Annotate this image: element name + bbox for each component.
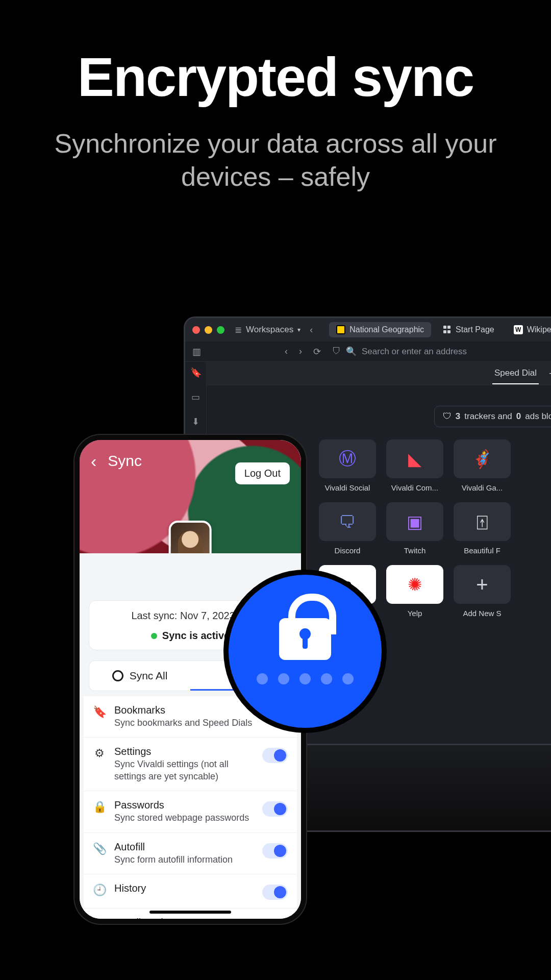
speed-dial-vivaldi-community[interactable]: ◣ Vivaldi Com... bbox=[386, 439, 443, 492]
close-window-icon[interactable] bbox=[192, 326, 200, 334]
sync-row-passwords[interactable]: 🔒 Passwords Sync stored webpage password… bbox=[84, 791, 297, 832]
shield-icon: 🛡 bbox=[443, 411, 452, 422]
tracker-blocked-pill[interactable]: 🛡 3 trackers and 0 ads blocked bbox=[434, 406, 551, 427]
speed-dial-label: Vivaldi Com... bbox=[386, 483, 443, 492]
vivaldi-icon: ◣ bbox=[408, 449, 421, 469]
clock-icon: 🕘 bbox=[93, 884, 106, 897]
row-title: Passwords bbox=[114, 799, 254, 811]
home-indicator bbox=[149, 911, 231, 914]
tracker-text: trackers and bbox=[464, 411, 512, 422]
browser-toolbar: ▥ ‹ › ⟳ ⛉ 🔍 Search or enter an address bbox=[185, 341, 551, 362]
yelp-icon: ✺ bbox=[408, 574, 422, 595]
startpage-icon bbox=[443, 326, 452, 334]
site-icon: ⍐ bbox=[477, 512, 487, 532]
row-desc: Sync form autofill information bbox=[114, 854, 254, 866]
gear-icon: ⚙ bbox=[93, 747, 106, 760]
ads-count: 0 bbox=[516, 411, 521, 422]
speed-dial-label: Yelp bbox=[386, 609, 443, 618]
sync-active-text: Sync is active bbox=[162, 630, 230, 642]
workspaces-label: Workspaces bbox=[246, 325, 293, 335]
address-placeholder: Search or enter an address bbox=[362, 347, 467, 357]
natgeo-icon bbox=[336, 325, 345, 334]
speed-dial-label: Beautiful F bbox=[454, 546, 511, 555]
lock-icon bbox=[279, 618, 331, 660]
toggle-reading-list[interactable] bbox=[262, 919, 288, 924]
discord-icon: 🗨 bbox=[339, 512, 356, 532]
speed-dial-label: Vivaldi Ga... bbox=[454, 483, 511, 492]
startpage-tabs: Speed Dial + 🔖 bbox=[207, 362, 551, 385]
window-titlebar: ≣ Workspaces ▾ ‹ National Geographic Sta… bbox=[185, 318, 551, 341]
tab-label: Start Page bbox=[456, 325, 494, 334]
add-speed-dial-group-icon[interactable]: + bbox=[549, 369, 551, 379]
sync-row-history[interactable]: 🕘 History bbox=[84, 874, 297, 908]
speed-dial-beautiful[interactable]: ⍐ Beautiful F bbox=[454, 502, 511, 555]
row-title: Reading List bbox=[114, 917, 254, 924]
shield-icon: ⛉ bbox=[332, 347, 341, 357]
speed-dial-label: Add New S bbox=[454, 609, 511, 618]
tab-start-page[interactable]: Start Page bbox=[436, 322, 502, 337]
minimize-window-icon[interactable] bbox=[205, 326, 212, 334]
bookmark-icon: 🔖 bbox=[93, 705, 106, 719]
trackers-count: 3 bbox=[456, 411, 460, 422]
speed-dial-label: Discord bbox=[319, 546, 376, 555]
sync-options-list: 🔖 Bookmarks Sync bookmarks and Speed Dia… bbox=[84, 696, 297, 924]
maximize-window-icon[interactable] bbox=[217, 326, 224, 334]
speed-dial-label: Twitch bbox=[386, 546, 443, 555]
row-title: History bbox=[114, 883, 254, 894]
tab-national-geographic[interactable]: National Geographic bbox=[329, 322, 431, 337]
row-title: Autofill bbox=[114, 841, 254, 853]
speed-dial-tab[interactable]: Speed Dial bbox=[492, 363, 539, 384]
toggle-autofill[interactable] bbox=[262, 843, 288, 859]
plus-icon: + bbox=[476, 573, 488, 596]
segment-sync-all[interactable]: Sync All bbox=[89, 670, 190, 682]
lock-icon: 🔒 bbox=[93, 800, 106, 814]
status-dot-icon bbox=[151, 633, 157, 639]
sync-row-autofill[interactable]: 📎 Autofill Sync form autofill informatio… bbox=[84, 832, 297, 874]
speed-dial-vivaldi-game[interactable]: 🦸 Vivaldi Ga... bbox=[454, 439, 511, 492]
panel-toggle-icon[interactable]: ▥ bbox=[192, 346, 201, 357]
traffic-lights[interactable] bbox=[192, 326, 224, 334]
downloads-panel-icon[interactable]: ⬇ bbox=[192, 416, 199, 427]
row-desc: Sync Vivaldi settings (not all settings … bbox=[114, 758, 254, 782]
back-icon[interactable]: ‹ bbox=[285, 346, 288, 357]
reload-icon[interactable]: ⟳ bbox=[313, 346, 321, 357]
ads-text: ads blocked bbox=[525, 411, 551, 422]
toggle-settings[interactable] bbox=[262, 748, 288, 763]
row-desc: Sync stored webpage passwords bbox=[114, 812, 254, 824]
sync-active-badge: Sync is active bbox=[151, 630, 230, 642]
layers-icon: ≣ bbox=[235, 325, 242, 335]
address-bar[interactable]: ⛉ 🔍 Search or enter an address bbox=[332, 346, 551, 357]
hero-title: Encrypted sync bbox=[0, 45, 551, 109]
paperclip-icon: 📎 bbox=[93, 842, 106, 855]
back-icon[interactable]: ‹ bbox=[91, 452, 96, 470]
speed-dial-twitch[interactable]: ▣ Twitch bbox=[386, 502, 443, 555]
game-icon: 🦸 bbox=[471, 449, 493, 469]
tab-strip: National Geographic Start Page W Wikiped bbox=[329, 322, 551, 337]
tab-wikipedia[interactable]: W Wikiped bbox=[507, 322, 551, 337]
speed-dial-label: Vivaldi Social bbox=[319, 483, 376, 492]
search-icon: 🔍 bbox=[346, 346, 357, 357]
chevron-down-icon: ▾ bbox=[297, 326, 300, 333]
sync-row-settings[interactable]: ⚙ Settings Sync Vivaldi settings (not al… bbox=[84, 737, 297, 791]
workspaces-menu[interactable]: ≣ Workspaces ▾ bbox=[235, 325, 300, 335]
page-title: Sync bbox=[108, 452, 142, 470]
bookmarks-panel-icon[interactable]: 🔖 bbox=[190, 367, 202, 378]
toggle-passwords[interactable] bbox=[262, 801, 288, 817]
speed-dial-discord[interactable]: 🗨 Discord bbox=[319, 502, 376, 555]
toggle-history[interactable] bbox=[262, 885, 288, 900]
speed-dial-add-new[interactable]: + Add New S bbox=[454, 565, 511, 618]
row-title: Settings bbox=[114, 746, 254, 757]
speed-dial-vivaldi-social[interactable]: Ⓜ Vivaldi Social bbox=[319, 439, 376, 492]
hero-subtitle: Synchronize your data across all your de… bbox=[0, 127, 551, 193]
prev-tabgroup-icon[interactable]: ‹ bbox=[310, 325, 313, 335]
speed-dial-yelp[interactable]: ✺ Yelp bbox=[386, 565, 443, 618]
reading-list-panel-icon[interactable]: ▭ bbox=[191, 391, 200, 403]
segment-label: Sync All bbox=[130, 670, 168, 682]
sync-header: ‹ Sync Log Out browser-user bbox=[80, 440, 301, 553]
logout-button[interactable]: Log Out bbox=[235, 462, 290, 484]
twitch-icon: ▣ bbox=[407, 511, 423, 532]
forward-icon[interactable]: › bbox=[299, 346, 302, 357]
tab-label: Wikiped bbox=[527, 325, 551, 334]
password-dots-icon bbox=[257, 673, 354, 684]
radio-unselected-icon bbox=[112, 670, 123, 681]
